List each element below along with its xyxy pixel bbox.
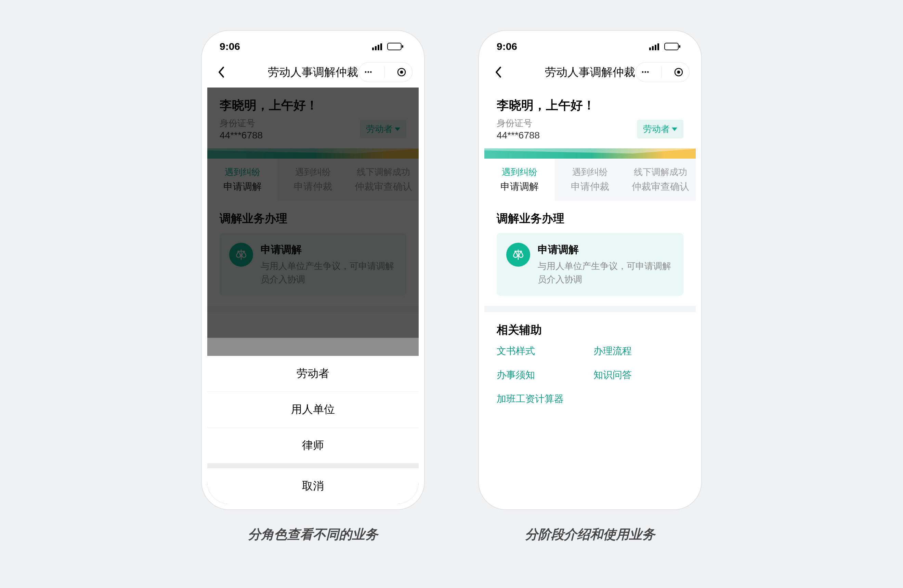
- svg-point-8: [400, 71, 403, 74]
- phone-mockup-left: 9:06 劳动人事调解仲裁 •••: [202, 31, 424, 510]
- chevron-left-icon: [217, 66, 225, 78]
- aux-link-document-sample[interactable]: 文书样式: [497, 345, 587, 358]
- sheet-option-employer[interactable]: 用人单位: [207, 392, 418, 428]
- aux-section: 相关辅助 文书样式 办理流程 办事须知 知识问答 加班工资计算器: [485, 312, 696, 416]
- sheet-cancel-button[interactable]: 取消: [207, 468, 418, 504]
- section-title: 相关辅助: [497, 322, 683, 338]
- signal-icon: [372, 43, 384, 50]
- status-bar: 9:06: [485, 36, 696, 57]
- svg-rect-0: [372, 47, 374, 50]
- service-section: 调解业务办理 申请调解 与用人单位产生争议，可申请调解员介入协调: [485, 201, 696, 306]
- svg-rect-15: [679, 45, 680, 48]
- mini-program-capsule[interactable]: •••: [359, 62, 412, 82]
- section-gap: [485, 306, 696, 312]
- greeting-text: 李晓明，上午好！: [497, 97, 683, 114]
- stage-tabs: 遇到纠纷 申请调解 遇到纠纷 申请仲裁 线下调解成功 仲裁审查确认: [485, 158, 696, 201]
- target-icon[interactable]: [397, 67, 406, 77]
- capsule-divider: [384, 67, 385, 78]
- svg-rect-13: [658, 44, 659, 50]
- role-action-sheet: 劳动者 用人单位 律师 取消: [207, 356, 418, 504]
- more-icon[interactable]: •••: [642, 69, 650, 75]
- decorative-ribbon: [485, 148, 696, 158]
- svg-rect-10: [649, 47, 651, 50]
- phone-mockup-right: 9:06 劳动人事调解仲裁 ••• 李晓明，上午好！: [479, 31, 701, 510]
- target-icon[interactable]: [674, 67, 683, 77]
- sheet-option-worker[interactable]: 劳动者: [207, 356, 418, 392]
- tab-review[interactable]: 线下调解成功 仲裁审查确认: [625, 158, 696, 201]
- status-icons: [649, 43, 681, 50]
- aux-link-process[interactable]: 办理流程: [593, 345, 683, 358]
- battery-icon: [387, 43, 404, 50]
- signal-icon: [649, 43, 661, 50]
- greeting-section: 李晓明，上午好！ 身份证号 44***6788 劳动者: [485, 88, 696, 148]
- svg-rect-14: [665, 43, 678, 50]
- svg-rect-3: [380, 44, 382, 50]
- id-value: 44***6788: [497, 130, 540, 141]
- svg-point-17: [677, 71, 680, 74]
- aux-links-grid: 文书样式 办理流程 办事须知 知识问答 加班工资计算器: [497, 345, 683, 405]
- aux-link-notice[interactable]: 办事须知: [497, 368, 587, 381]
- nav-bar: 劳动人事调解仲裁 •••: [207, 57, 418, 88]
- tab-top-label: 线下调解成功: [629, 166, 692, 178]
- tab-top-label: 遇到纠纷: [488, 166, 551, 178]
- status-time: 9:06: [220, 41, 240, 52]
- service-card-title: 申请调解: [538, 243, 674, 257]
- status-icons: [372, 43, 404, 50]
- section-title: 调解业务办理: [497, 211, 683, 226]
- service-card-desc: 与用人单位产生争议，可申请调解员介入协调: [538, 259, 674, 286]
- tab-mediation[interactable]: 遇到纠纷 申请调解: [485, 158, 555, 201]
- page-title: 劳动人事调解仲裁: [268, 64, 358, 80]
- id-info: 身份证号 44***6788: [497, 117, 540, 141]
- sheet-gap: [207, 464, 418, 468]
- chevron-left-icon: [494, 66, 502, 78]
- back-button[interactable]: [214, 65, 228, 79]
- id-row: 身份证号 44***6788 劳动者: [497, 117, 683, 141]
- caption-right: 分阶段介绍和使用业务: [525, 526, 655, 543]
- screen-left: 9:06 劳动人事调解仲裁 •••: [207, 36, 418, 504]
- tab-bottom-label: 仲裁审查确认: [629, 180, 692, 193]
- tab-bottom-label: 申请仲裁: [558, 180, 622, 193]
- role-picker[interactable]: 劳动者: [637, 120, 683, 138]
- battery-icon: [664, 43, 681, 50]
- apply-mediation-card[interactable]: 申请调解 与用人单位产生争议，可申请调解员介入协调: [497, 233, 683, 296]
- svg-rect-2: [378, 45, 379, 50]
- nav-bar: 劳动人事调解仲裁 •••: [485, 57, 696, 88]
- service-text: 申请调解 与用人单位产生争议，可申请调解员介入协调: [538, 243, 674, 286]
- screen-right: 9:06 劳动人事调解仲裁 ••• 李晓明，上午好！: [485, 36, 696, 504]
- tab-bottom-label: 申请调解: [488, 180, 551, 193]
- sheet-option-lawyer[interactable]: 律师: [207, 428, 418, 464]
- scales-icon: [506, 243, 530, 267]
- back-button[interactable]: [491, 65, 505, 79]
- svg-rect-1: [375, 46, 377, 50]
- aux-link-overtime-calculator[interactable]: 加班工资计算器: [497, 392, 587, 405]
- svg-rect-6: [402, 45, 403, 48]
- more-icon[interactable]: •••: [365, 69, 373, 75]
- svg-marker-18: [672, 127, 677, 131]
- aux-link-faq[interactable]: 知识问答: [593, 368, 683, 381]
- mini-program-capsule[interactable]: •••: [636, 62, 689, 82]
- status-time: 9:06: [497, 41, 517, 52]
- tab-top-label: 遇到纠纷: [558, 166, 622, 178]
- role-picker-label: 劳动者: [643, 123, 670, 135]
- caption-left: 分角色查看不同的业务: [248, 526, 378, 543]
- tab-arbitration[interactable]: 遇到纠纷 申请仲裁: [555, 158, 625, 201]
- svg-rect-12: [655, 45, 656, 50]
- caret-down-icon: [672, 127, 677, 131]
- svg-rect-11: [652, 46, 654, 50]
- page-title: 劳动人事调解仲裁: [545, 64, 635, 80]
- status-bar: 9:06: [207, 36, 418, 57]
- id-label: 身份证号: [497, 117, 540, 129]
